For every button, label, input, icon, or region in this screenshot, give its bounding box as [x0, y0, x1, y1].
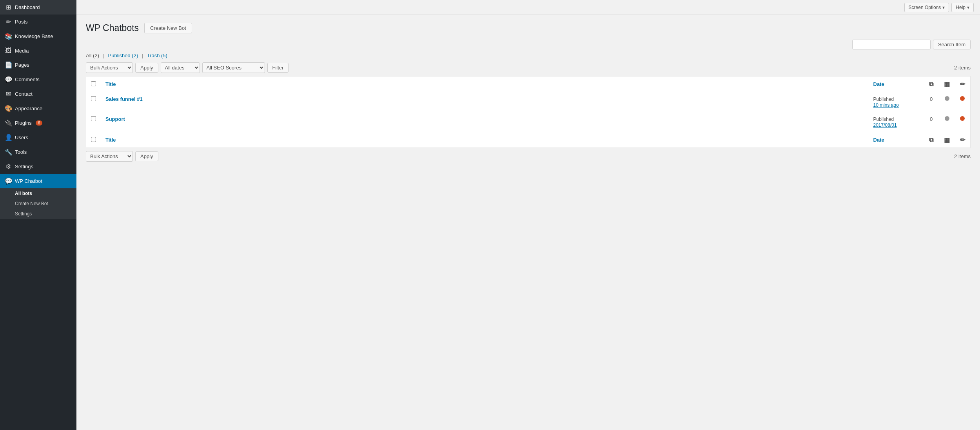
bulk-actions-select-top[interactable]: Bulk Actions: [86, 62, 133, 73]
row-checkbox-col: [86, 112, 101, 132]
header-title-col: Title: [101, 77, 869, 92]
header-copy-col: ⧉: [924, 77, 939, 92]
sidebar-item-label: Tools: [15, 149, 27, 155]
header-date-col: Date: [869, 77, 924, 92]
bulk-actions-select-bottom[interactable]: Bulk Actions: [86, 151, 133, 162]
sidebar-item-label: Settings: [15, 164, 33, 169]
comments-icon: 💬: [5, 76, 12, 83]
select-all-checkbox-top[interactable]: [91, 81, 96, 86]
wp-chatbot-icon: 💬: [5, 177, 12, 185]
sidebar-item-pages[interactable]: 📄 Pages: [0, 58, 76, 72]
row-count: 0: [930, 96, 933, 102]
knowledge-base-icon: 📚: [5, 33, 12, 40]
search-input[interactable]: [852, 40, 931, 49]
copy-icon-footer: ⧉: [929, 137, 933, 143]
row-checkbox-1[interactable]: [91, 116, 96, 121]
row-title-link[interactable]: Support: [105, 116, 125, 122]
row-status: Published: [873, 117, 894, 122]
row-dot-grey-col: [939, 112, 955, 132]
plugins-icon: 🔌: [5, 119, 12, 127]
search-area: Search Item: [86, 40, 971, 49]
header-toggle-col: ▦: [939, 77, 955, 92]
sidebar-item-label: Dashboard: [15, 4, 40, 10]
sidebar-item-label: Comments: [15, 77, 40, 82]
copy-icon: ⧉: [929, 81, 933, 87]
table-row: Sales funnel #1 Published 10 mins ago 0: [86, 92, 971, 112]
sidebar-item-label: Contact: [15, 91, 33, 97]
header-edit-col: ✏: [955, 77, 971, 92]
all-dates-select[interactable]: All dates: [161, 62, 200, 73]
sidebar-item-tools[interactable]: 🔧 Tools: [0, 145, 76, 159]
sidebar-item-comments[interactable]: 💬 Comments: [0, 72, 76, 87]
tools-icon: 🔧: [5, 148, 12, 156]
sidebar-item-dashboard[interactable]: ⊞ Dashboard: [0, 0, 76, 15]
sidebar-item-plugins[interactable]: 🔌 Plugins 6: [0, 116, 76, 130]
bottom-toolbar: Bulk Actions Apply 2 items: [86, 151, 971, 162]
create-new-bot-button[interactable]: Create New Bot: [144, 23, 192, 33]
filter-published-link[interactable]: Published (2): [108, 53, 140, 58]
sidebar-item-users[interactable]: 👤 Users: [0, 130, 76, 145]
help-button[interactable]: Help ▾: [951, 3, 974, 12]
filter-trash-link[interactable]: Trash (5): [147, 53, 167, 58]
grey-dot: [945, 116, 949, 121]
row-count: 0: [930, 116, 933, 122]
sidebar-item-knowledge-base[interactable]: 📚 Knowledge Base: [0, 29, 76, 44]
header-checkbox-col: [86, 77, 101, 92]
media-icon: 🖼: [5, 47, 12, 54]
filter-links: All (2) | Published (2) | Trash (5): [86, 53, 971, 58]
row-date-col: Published 2017/08/01: [869, 112, 924, 132]
row-title-link[interactable]: Sales funnel #1: [105, 96, 143, 102]
chevron-down-icon: ▾: [967, 5, 969, 10]
filter-all-label: All (2): [86, 53, 101, 58]
footer-title-col: Title: [101, 132, 869, 148]
sidebar-item-posts[interactable]: ✏ Posts: [0, 15, 76, 29]
row-dot-grey-col: [939, 92, 955, 112]
row-checkbox-col: [86, 92, 101, 112]
sidebar-item-appearance[interactable]: 🎨 Appearance: [0, 101, 76, 116]
search-button[interactable]: Search Item: [933, 40, 971, 49]
sidebar-item-media[interactable]: 🖼 Media: [0, 44, 76, 58]
title-sort-link[interactable]: Title: [105, 81, 116, 87]
sidebar-item-contact[interactable]: ✉ Contact: [0, 87, 76, 101]
table-footer-row: Title Date ⧉ ▦ ✏: [86, 132, 971, 148]
select-all-checkbox-bottom[interactable]: [91, 137, 96, 142]
footer-title-sort-link[interactable]: Title: [105, 137, 116, 143]
items-count-bottom: 2 items: [954, 153, 971, 159]
footer-date-sort-link[interactable]: Date: [873, 137, 884, 143]
row-title-col: Support: [101, 112, 869, 132]
content-area: WP Chatbots Create New Bot Search Item A…: [76, 15, 980, 430]
edit-icon-footer: ✏: [960, 137, 965, 143]
red-dot: [960, 116, 965, 121]
row-date[interactable]: 2017/08/01: [873, 122, 897, 128]
table-header-row: Title Date ⧉ ▦ ✏: [86, 77, 971, 92]
footer-date-col: Date: [869, 132, 924, 148]
all-seo-select[interactable]: All SEO Scores: [202, 62, 265, 73]
row-title-col: Sales funnel #1: [101, 92, 869, 112]
apply-button-top[interactable]: Apply: [135, 63, 158, 73]
contact-icon: ✉: [5, 90, 12, 98]
page-title: WP Chatbots: [86, 23, 139, 33]
footer-checkbox-col: [86, 132, 101, 148]
filter-button[interactable]: Filter: [267, 63, 289, 73]
row-date-col: Published 10 mins ago: [869, 92, 924, 112]
sidebar-item-label: Pages: [15, 62, 29, 68]
sidebar-item-label: Users: [15, 135, 28, 140]
sidebar-item-wp-chatbot[interactable]: 💬 WP Chatbot: [0, 174, 76, 188]
sidebar-item-label: Knowledge Base: [15, 33, 53, 39]
dashboard-icon: ⊞: [5, 4, 12, 11]
apply-button-bottom[interactable]: Apply: [135, 151, 158, 161]
sidebar-item-settings[interactable]: ⚙ Settings: [0, 159, 76, 174]
submenu-item-create-new-bot[interactable]: Create New Bot: [0, 199, 76, 209]
date-sort-link[interactable]: Date: [873, 81, 884, 87]
row-date[interactable]: 10 mins ago: [873, 102, 899, 108]
submenu-item-all-bots[interactable]: All bots: [0, 188, 76, 199]
plugins-badge: 6: [36, 120, 43, 126]
row-checkbox-0[interactable]: [91, 96, 96, 101]
topbar: Screen Options ▾ Help ▾: [76, 0, 980, 15]
screen-options-button[interactable]: Screen Options ▾: [904, 3, 949, 12]
sidebar-item-label: Posts: [15, 19, 28, 25]
main-content: Screen Options ▾ Help ▾ WP Chatbots Crea…: [76, 0, 980, 430]
footer-edit-col: ✏: [955, 132, 971, 148]
sidebar: ⊞ Dashboard ✏ Posts 📚 Knowledge Base 🖼 M…: [0, 0, 76, 430]
submenu-item-settings[interactable]: Settings: [0, 209, 76, 219]
